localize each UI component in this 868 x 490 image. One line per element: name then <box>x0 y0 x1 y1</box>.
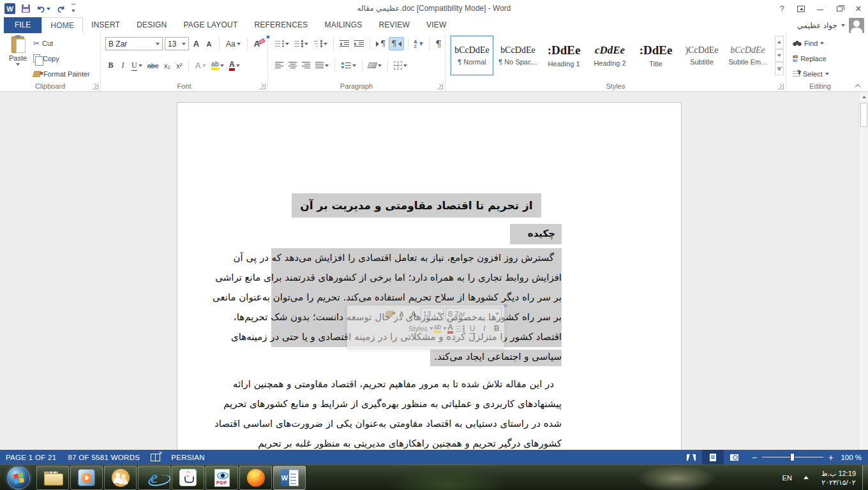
select-dropdown-arrow[interactable] <box>825 73 829 75</box>
font-size-combo[interactable]: 13 <box>165 37 189 50</box>
numbering-button[interactable] <box>292 37 310 50</box>
tab-home[interactable]: HOME <box>41 17 83 33</box>
mini-font-size-combo[interactable]: 13 <box>421 308 444 320</box>
tab-view[interactable]: VIEW <box>418 17 454 33</box>
align-right-button[interactable] <box>300 59 312 72</box>
ltr-direction-button[interactable]: ¶ <box>374 37 387 50</box>
style-subtle-emphasis[interactable]: bCcDdEe Subtle Em... <box>726 36 769 75</box>
font-name-combo[interactable]: B Zar <box>105 37 163 50</box>
tab-mailings[interactable]: MAILINGS <box>317 17 371 33</box>
body-line[interactable]: شده در راستای دستیابی به اقتصاد مقاومتی … <box>271 414 562 434</box>
grow-font-button[interactable]: A <box>191 37 202 50</box>
body-line[interactable]: پیشنهادهای کاربردی و عملیاتی به منظور به… <box>271 394 562 414</box>
mini-bold-button[interactable]: B <box>491 322 502 335</box>
clipboard-dialog-launcher[interactable] <box>93 84 98 89</box>
mini-grow-font-button[interactable]: A <box>408 308 419 320</box>
taskbar-file-explorer[interactable] <box>36 466 69 490</box>
font-dialog-launcher[interactable] <box>260 84 266 89</box>
mini-toolbar[interactable]: B Zar 13 A A B I U A ab Styles <box>347 305 505 348</box>
change-case-button[interactable]: Aa <box>224 37 243 50</box>
undo-button[interactable] <box>36 5 50 13</box>
style-heading1[interactable]: :DdEe Heading 1 <box>542 36 585 75</box>
style-no-spacing[interactable]: bCcDdEe ¶ No Spac... <box>497 36 539 75</box>
multilevel-list-button[interactable] <box>311 37 329 50</box>
mini-font-color-button[interactable]: A <box>443 322 453 335</box>
zoom-percentage[interactable]: 100 % <box>840 454 868 461</box>
zoom-in-button[interactable]: + <box>828 454 834 461</box>
styles-dialog-launcher[interactable] <box>778 84 784 89</box>
increase-indent-button[interactable] <box>352 37 366 50</box>
web-layout-button[interactable] <box>724 450 745 464</box>
justify-button[interactable] <box>313 59 331 72</box>
page-indicator[interactable]: PAGE 1 OF 21 <box>0 454 62 461</box>
taskbar-contacts[interactable] <box>104 466 137 490</box>
tray-clock[interactable]: 12:19 ب.ظ ۲۰۲۳/۱۵/۰۲ <box>815 469 862 487</box>
styles-scroll-up-button[interactable] <box>775 36 784 49</box>
text-effects-button[interactable]: A <box>193 59 207 72</box>
style-subtitle[interactable]: )CcDdEe Subtitle <box>680 36 723 75</box>
mini-underline-button[interactable]: U <box>467 322 477 335</box>
show-hidden-icons-button[interactable] <box>804 476 809 479</box>
redo-button[interactable] <box>57 5 65 13</box>
start-button[interactable] <box>7 466 30 489</box>
shading-button[interactable] <box>366 59 384 72</box>
abstract-line[interactable]: سیاسی و اجتماعی ایجاد می‌کند. <box>271 347 562 367</box>
superscript-button[interactable]: x² <box>174 59 184 72</box>
shrink-font-button[interactable]: A <box>204 37 214 50</box>
tab-review[interactable]: REVIEW <box>370 17 418 33</box>
mini-styles-button[interactable]: Styles <box>408 322 428 335</box>
mini-list-button[interactable] <box>455 322 465 335</box>
find-button[interactable]: Find <box>793 36 829 50</box>
style-heading2[interactable]: cDdEe Heading 2 <box>588 36 631 75</box>
tab-design[interactable]: DESIGN <box>128 17 175 33</box>
sort-button[interactable]: AZ <box>412 37 425 50</box>
restore-button[interactable] <box>830 0 849 17</box>
taskbar-internet-explorer[interactable]: e <box>138 466 170 490</box>
tab-page-layout[interactable]: PAGE LAYOUT <box>175 17 246 33</box>
read-mode-button[interactable] <box>680 450 702 464</box>
align-center-button[interactable] <box>287 59 299 72</box>
format-painter-button[interactable]: Format Painter <box>33 67 90 80</box>
help-button[interactable]: ? <box>772 0 791 17</box>
collapse-ribbon-button[interactable] <box>855 84 860 89</box>
bullets-button[interactable] <box>273 37 291 50</box>
document-page[interactable]: از تحریم تا اقتصاد مقاومتی و مدیریت بر آ… <box>177 102 682 450</box>
copy-button[interactable]: Copy <box>33 52 90 65</box>
close-button[interactable]: × <box>849 0 868 17</box>
zoom-out-button[interactable]: − <box>752 454 757 461</box>
borders-button[interactable] <box>392 59 409 72</box>
style-normal[interactable]: bCcDdEe ¶ Normal <box>451 36 493 75</box>
zoom-slider-thumb[interactable] <box>790 453 795 461</box>
paste-dropdown-arrow[interactable] <box>16 63 20 66</box>
word-count[interactable]: 87 OF 5581 WORDS <box>62 454 146 461</box>
mini-italic-button[interactable]: I <box>479 322 490 335</box>
scrollbar-thumb[interactable] <box>860 103 867 127</box>
replace-button[interactable]: abacReplace <box>793 52 829 65</box>
vertical-scrollbar[interactable] <box>858 92 868 450</box>
cut-button[interactable]: ✂Cut <box>33 36 90 50</box>
account-chip[interactable]: جواد عظيمي <box>797 17 864 33</box>
customize-qat-button[interactable] <box>71 4 75 14</box>
mini-highlight-button[interactable]: ab <box>430 322 441 335</box>
print-layout-button[interactable] <box>702 450 724 464</box>
language-indicator[interactable]: PERSIAN <box>165 454 211 461</box>
scroll-up-button[interactable] <box>859 92 868 101</box>
body-line[interactable]: در این مقاله تلاش شده تا به مرور مفاهیم … <box>271 375 562 394</box>
save-button[interactable] <box>22 4 30 13</box>
find-dropdown-arrow[interactable] <box>820 42 824 45</box>
underline-dropdown-arrow[interactable] <box>138 64 142 67</box>
highlight-color-button[interactable]: ab <box>209 59 226 72</box>
styles-scroll-down-button[interactable] <box>775 49 784 63</box>
document-title-line[interactable]: از تحریم تا اقتصاد مقاومتی و مدیریت بر آ… <box>271 193 562 218</box>
taskbar-firefox[interactable] <box>239 466 272 490</box>
abstract-heading-text[interactable]: چکیده <box>510 224 562 244</box>
strikethrough-button[interactable]: abc <box>146 59 161 72</box>
tab-file[interactable]: FILE <box>4 17 41 33</box>
abstract-line[interactable]: گسترش روز افزون جوامع، نیاز به تعامل اقت… <box>271 248 562 268</box>
italic-button[interactable]: I <box>117 59 128 72</box>
show-desktop-button[interactable] <box>862 465 868 490</box>
show-hide-marks-button[interactable]: ¶ <box>433 37 444 50</box>
tab-insert[interactable]: INSERT <box>83 17 128 33</box>
taskbar-pdf-viewer[interactable] <box>206 466 238 490</box>
style-title[interactable]: :DdEe Title <box>634 36 677 75</box>
